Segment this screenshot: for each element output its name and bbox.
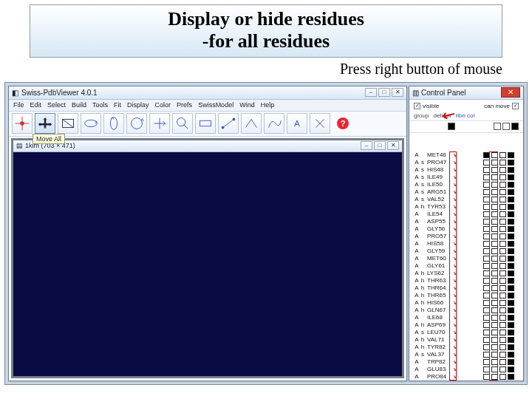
visible-flag[interactable]: v xyxy=(452,358,458,365)
col-box[interactable] xyxy=(499,248,506,254)
col-box[interactable] xyxy=(499,226,506,232)
col-box[interactable] xyxy=(508,226,514,232)
visible-flag[interactable]: v xyxy=(452,277,458,284)
visible-flag[interactable]: v xyxy=(452,344,458,350)
residue-row[interactable]: APRO84v xyxy=(409,373,523,381)
col-box[interactable] xyxy=(508,197,514,202)
tool-structure[interactable] xyxy=(58,113,78,134)
col-box[interactable] xyxy=(491,270,498,276)
col-box[interactable] xyxy=(491,256,498,262)
visible-flag[interactable]: v xyxy=(452,233,458,239)
visible-flag[interactable]: v xyxy=(452,292,458,299)
col-box[interactable] xyxy=(491,359,498,365)
residue-row[interactable]: AsVAL37v xyxy=(409,351,523,358)
default-label[interactable]: default xyxy=(433,112,451,119)
residue-row[interactable]: AGLY61v xyxy=(409,262,523,270)
residue-row[interactable]: AGLU83v xyxy=(409,366,523,373)
menu-build[interactable]: Build xyxy=(72,101,86,109)
col-box[interactable] xyxy=(508,182,514,188)
col-box[interactable] xyxy=(499,344,506,350)
col-box[interactable] xyxy=(491,174,498,180)
col-box[interactable] xyxy=(499,307,506,313)
col-box[interactable] xyxy=(499,330,506,335)
col-box[interactable] xyxy=(508,204,514,210)
col-box[interactable] xyxy=(499,359,506,365)
residue-row[interactable]: AsVAL52v xyxy=(409,196,523,203)
main-titlebar[interactable]: ◧ Swiss-PdbViewer 4.0.1 – □ ✕ xyxy=(9,86,406,100)
col-box[interactable] xyxy=(483,152,490,158)
tool-rotate-x[interactable] xyxy=(81,113,101,134)
visible-flag[interactable]: v xyxy=(452,196,458,202)
menu-tools[interactable]: Tools xyxy=(92,101,108,109)
tool-torsion[interactable] xyxy=(264,113,284,134)
col-box[interactable] xyxy=(491,160,498,166)
col-box[interactable] xyxy=(483,285,490,291)
menu-select[interactable]: Select xyxy=(47,101,66,109)
col-box[interactable] xyxy=(508,344,514,350)
visible-flag[interactable]: v xyxy=(452,255,458,262)
child-maximize-button[interactable]: □ xyxy=(374,141,386,150)
visible-flag[interactable]: v xyxy=(452,159,458,166)
residue-row[interactable]: AhTHR65v xyxy=(409,292,523,299)
col-box[interactable] xyxy=(483,315,490,321)
residue-row[interactable]: APRO57v xyxy=(409,233,523,240)
residue-row[interactable]: AhVAL71v xyxy=(409,336,523,344)
visible-flag[interactable]: v xyxy=(452,203,458,210)
tool-label[interactable]: A xyxy=(287,113,307,134)
col-box[interactable] xyxy=(491,352,498,358)
residue-row[interactable]: AsARG51v xyxy=(409,188,523,196)
visible-flag[interactable]: v xyxy=(452,321,458,328)
tool-zoom[interactable] xyxy=(172,113,193,134)
col-box[interactable] xyxy=(483,233,490,239)
visible-flag[interactable]: v xyxy=(452,314,458,321)
col-box[interactable] xyxy=(491,315,498,321)
col-box[interactable] xyxy=(508,337,514,343)
tool-rotate-z[interactable] xyxy=(126,113,147,134)
col-box[interactable] xyxy=(483,160,490,166)
col-box[interactable] xyxy=(508,160,514,166)
col-box[interactable] xyxy=(491,300,498,306)
visible-flag[interactable]: v xyxy=(452,181,458,188)
visible-flag[interactable]: v xyxy=(452,284,458,291)
col-box[interactable] xyxy=(499,219,506,225)
col-box[interactable] xyxy=(491,233,498,239)
col-box[interactable] xyxy=(499,256,506,262)
col-box[interactable] xyxy=(491,152,498,158)
residue-row[interactable]: AGLY56v xyxy=(409,225,523,233)
col-box[interactable] xyxy=(483,182,490,188)
col-box[interactable] xyxy=(491,337,498,343)
swatch-show[interactable] xyxy=(448,123,455,130)
swatch-col[interactable] xyxy=(494,123,501,130)
visible-flag[interactable]: v xyxy=(452,188,458,195)
visible-flag[interactable]: v xyxy=(452,307,458,313)
group-label[interactable]: group xyxy=(414,112,429,119)
tool-slab[interactable] xyxy=(195,113,216,134)
visible-flag[interactable]: v xyxy=(452,151,458,158)
col-box[interactable] xyxy=(508,174,514,180)
residue-row[interactable]: ATRP82v xyxy=(409,358,523,366)
visible-flag[interactable]: v xyxy=(452,351,458,358)
help-icon[interactable]: ? xyxy=(337,117,349,129)
col-box[interactable] xyxy=(483,337,490,343)
col-box[interactable] xyxy=(499,337,506,343)
col-box[interactable] xyxy=(491,211,498,217)
col-box[interactable] xyxy=(499,152,506,158)
visible-flag[interactable]: v xyxy=(452,336,458,343)
col-box[interactable] xyxy=(483,256,490,262)
visible-flag[interactable]: v xyxy=(452,218,458,225)
col-box[interactable] xyxy=(499,167,506,173)
visible-flag[interactable]: v xyxy=(452,373,458,380)
col-box[interactable] xyxy=(491,330,498,335)
col-box[interactable] xyxy=(508,233,514,239)
control-panel-close-button[interactable]: ✕ xyxy=(501,87,520,98)
tool-center[interactable] xyxy=(12,113,33,134)
col-box[interactable] xyxy=(483,204,490,210)
col-box[interactable] xyxy=(499,293,506,299)
col-box[interactable] xyxy=(483,189,490,195)
col-box[interactable] xyxy=(491,293,498,299)
menu-color[interactable]: Color xyxy=(155,101,171,109)
col-box[interactable] xyxy=(499,315,506,321)
menu-file[interactable]: File xyxy=(13,101,24,109)
col-box[interactable] xyxy=(491,182,498,188)
col-box[interactable] xyxy=(499,374,506,380)
